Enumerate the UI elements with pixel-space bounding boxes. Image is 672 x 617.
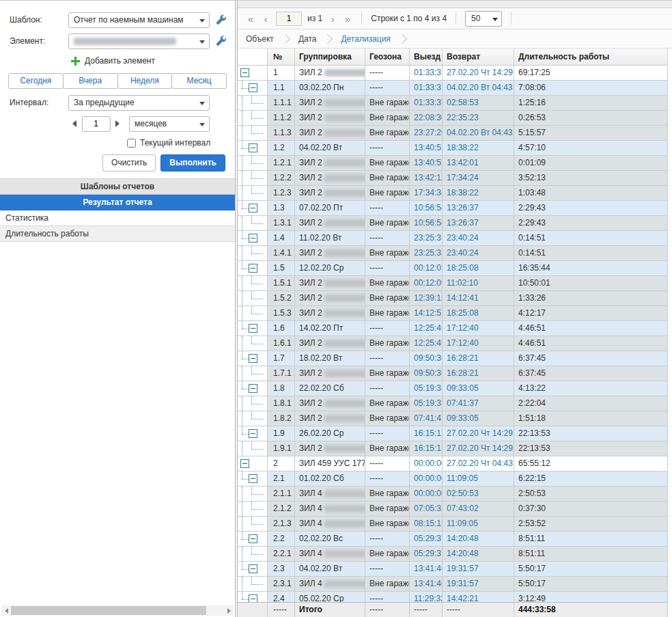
table-row[interactable]: 2.202.02.20 Вс-----05:29:3714:20:488:51:…	[238, 532, 668, 547]
table-row[interactable]: 2.101.02.20 Сб-----00:00:0011:09:056:22:…	[238, 471, 668, 486]
tree-cell	[238, 126, 268, 140]
table-row[interactable]: 1.411.02.20 Вт-----23:25:3323:40:240:14:…	[238, 231, 668, 246]
table-row[interactable]: 1.2.1ЗИЛ 2 Вне гаражей13:40:5213:42:010:…	[238, 156, 668, 171]
table-row[interactable]: 1.1.1ЗИЛ 2 Вне гаражей01:33:3702:58:531:…	[238, 96, 668, 111]
today-button[interactable]: Сегодня	[8, 73, 64, 89]
table-row[interactable]: 1.1.3ЗИЛ 2 Вне гаражей23:27:2004.02.20 В…	[238, 126, 668, 141]
collapse-icon[interactable]	[249, 204, 257, 212]
table-row[interactable]: 1.5.2ЗИЛ 2 Вне гаражей12:39:1514:12:411:…	[238, 291, 668, 306]
table-row[interactable]: 2.405.02.20 Ср-----11:29:3214:42:213:12:…	[238, 592, 668, 602]
collapse-icon[interactable]	[249, 324, 257, 333]
page-of-label: из 1	[307, 14, 322, 23]
collapse-icon[interactable]	[249, 384, 257, 393]
table-row[interactable]: 2.304.02.20 Вт-----13:41:4019:31:575:50:…	[238, 562, 668, 577]
column-header-departure[interactable]: Выезд	[410, 49, 443, 65]
page-size-select[interactable]: 50	[465, 11, 502, 27]
interval-unit-select[interactable]: месяцев	[129, 116, 210, 132]
table-row[interactable]: 2.2.1ЗИЛ 4 Вне гаражей05:29:3714:20:488:…	[238, 547, 668, 562]
horizontal-scrollbar[interactable]	[1, 605, 234, 616]
decrement-button[interactable]	[71, 119, 79, 128]
table-row[interactable]: 1.2.2ЗИЛ 2 Вне гаражей13:42:1117:34:243:…	[238, 171, 668, 186]
table-row[interactable]: 1.926.02.20 Ср-----16:15:1327.02.20 Чт 1…	[238, 426, 668, 441]
tree-line	[242, 396, 242, 411]
wrench-icon[interactable]	[214, 34, 228, 48]
table-row[interactable]: 2ЗИЛ 459 УУС 177-----00:00:0027.02.20 Чт…	[238, 456, 668, 471]
tree-line	[251, 366, 252, 374]
first-page-icon[interactable]: «	[243, 13, 258, 25]
table-row[interactable]: 1.718.02.20 Вт-----09:50:3616:28:216:37:…	[238, 351, 668, 366]
table-row[interactable]: 2.1.3ЗИЛ 4 Вне гаражей08:15:1311:09:052:…	[238, 517, 668, 532]
table-row[interactable]: 1.8.1ЗИЛ 2 Вне гаражей05:19:3307:41:372:…	[238, 396, 668, 411]
section-report-templates[interactable]: Шаблоны отчетов	[0, 179, 235, 195]
table-row[interactable]: 1.2.3ЗИЛ 2 Вне гаражей17:34:3418:38:221:…	[238, 186, 668, 201]
scrollbar-track[interactable]	[11, 606, 224, 615]
week-button[interactable]: Неделя	[117, 73, 173, 89]
collapse-icon[interactable]	[240, 68, 249, 77]
scroll-left-button[interactable]	[1, 605, 11, 616]
collapse-icon[interactable]	[249, 143, 257, 152]
collapse-icon[interactable]	[249, 594, 257, 602]
scroll-right-button[interactable]	[224, 605, 234, 616]
collapse-icon[interactable]	[240, 459, 249, 468]
tree-line	[251, 509, 263, 510]
collapse-icon[interactable]	[249, 354, 257, 363]
table-row[interactable]: 1.8.2ЗИЛ 2 Вне гаражей07:41:4709:33:051:…	[238, 411, 668, 426]
section-work-duration[interactable]: Длительность работы	[0, 226, 235, 242]
column-header-number[interactable]: №	[268, 49, 295, 65]
column-header-geozone[interactable]: Геозона	[365, 49, 410, 65]
scrollbar-thumb[interactable]	[11, 606, 206, 615]
wrench-icon[interactable]	[214, 13, 228, 27]
table-row[interactable]: 1.204.02.20 Вт-----13:40:5218:38:224:57:…	[238, 141, 668, 156]
element-select[interactable]	[68, 33, 210, 49]
table-row[interactable]: 1.7.1ЗИЛ 2 Вне гаражей09:50:3616:28:216:…	[238, 366, 668, 381]
table-row[interactable]: 1.4.1ЗИЛ 2 Вне гаражей23:25:3323:40:240:…	[238, 246, 668, 261]
cell-return: 19:31:57	[443, 562, 514, 576]
prev-page-icon[interactable]: ‹	[258, 13, 273, 25]
table-row[interactable]: 1.614.02.20 Пт-----12:25:4917:12:404:46:…	[238, 321, 668, 336]
table-row[interactable]: 1.1.2ЗИЛ 2 Вне гаражей22:08:3022:35:230:…	[238, 111, 668, 126]
table-row[interactable]: 1.6.1ЗИЛ 2 Вне гаражей12:25:4917:12:404:…	[238, 336, 668, 351]
table-row[interactable]: 1ЗИЛ 2 -----01:33:3727.02.20 Чт 14:29:06…	[238, 66, 668, 81]
column-header-return[interactable]: Возврат	[443, 49, 514, 65]
table-row[interactable]: 1.822.02.20 Сб-----05:19:3309:33:054:13:…	[238, 381, 668, 396]
table-row[interactable]: 1.9.1ЗИЛ 2 Вне гаражей16:15:1327.02.20 Ч…	[238, 441, 668, 456]
section-report-result[interactable]: Результат отчета	[0, 195, 235, 210]
page-number-input[interactable]	[276, 12, 302, 26]
arrow-right-icon	[115, 120, 120, 127]
collapse-icon[interactable]	[249, 564, 257, 573]
breadcrumb-detail[interactable]: Детализация	[339, 34, 391, 44]
interval-type-select[interactable]: За предыдущие	[68, 95, 210, 111]
table-row[interactable]: 1.512.02.20 Ср-----00:12:0918:25:0816:35…	[238, 261, 668, 276]
collapse-icon[interactable]	[249, 264, 257, 273]
collapse-icon[interactable]	[249, 534, 257, 543]
last-page-icon[interactable]: »	[340, 13, 355, 25]
table-row[interactable]: 2.3.1ЗИЛ 4 Вне гаражей13:41:4019:31:575:…	[238, 577, 668, 592]
collapse-icon[interactable]	[249, 234, 257, 243]
table-row[interactable]: 1.5.1ЗИЛ 2 Вне гаражей00:12:0911:02:1010…	[238, 276, 668, 291]
collapse-icon[interactable]	[249, 474, 257, 483]
column-header-grouping[interactable]: Группировка	[295, 49, 365, 65]
template-select[interactable]: Отчет по наемным машинам	[68, 12, 210, 28]
interval-count-input[interactable]	[82, 116, 111, 132]
column-header-duration[interactable]: Длительность работы	[514, 49, 668, 65]
next-page-icon[interactable]: ›	[325, 13, 340, 25]
table-row[interactable]: 1.3.1ЗИЛ 2 Вне гаражей10:56:5413:26:372:…	[238, 216, 668, 231]
collapse-icon[interactable]	[249, 429, 257, 438]
increment-button[interactable]	[114, 119, 122, 128]
table-row[interactable]: 2.1.1ЗИЛ 4 Вне гаражей00:00:0002:50:532:…	[238, 486, 668, 502]
table-row[interactable]: 1.307.02.20 Пт-----10:56:5413:26:372:29:…	[238, 201, 668, 216]
clear-button[interactable]: Очистить	[102, 154, 156, 172]
table-row[interactable]: 2.1.2ЗИЛ 4 Вне гаражей07:05:3207:43:020:…	[238, 502, 668, 517]
run-button[interactable]: Выполнить	[160, 154, 225, 172]
add-element-button[interactable]: Добавить элемент	[71, 54, 235, 68]
current-interval-checkbox[interactable]	[127, 139, 136, 148]
breadcrumb-object[interactable]: Объект	[244, 34, 275, 44]
month-button[interactable]: Месяц	[171, 73, 227, 89]
collapse-icon[interactable]	[249, 83, 257, 92]
section-statistics[interactable]: Статистика	[0, 210, 235, 226]
table-row[interactable]: 1.103.02.20 Пн-----01:33:3704.02.20 Вт 0…	[238, 81, 668, 96]
tree-cell	[238, 471, 268, 486]
breadcrumb-date[interactable]: Дата	[297, 34, 318, 44]
yesterday-button[interactable]: Вчера	[63, 73, 118, 89]
table-row[interactable]: 1.5.3ЗИЛ 2 Вне гаражей14:12:5118:25:084:…	[238, 306, 668, 321]
